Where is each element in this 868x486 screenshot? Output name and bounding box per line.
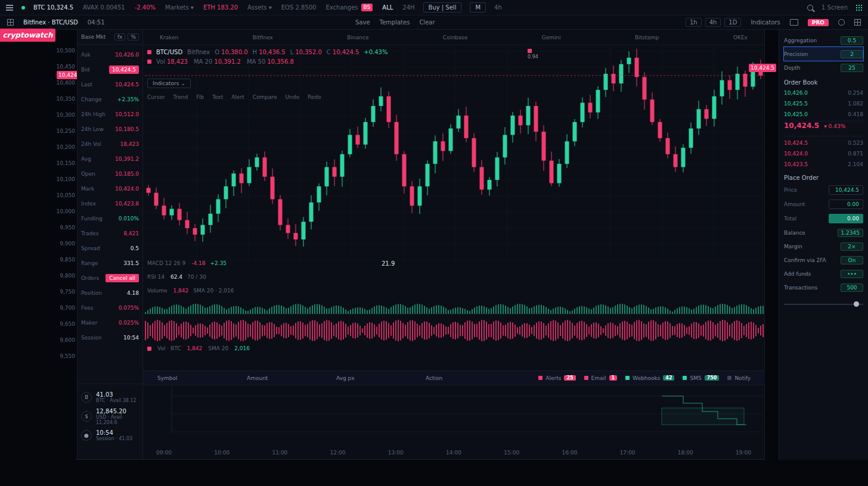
stat-row[interactable]: 24h Low 10,180.5 bbox=[81, 122, 139, 136]
chart-symbol[interactable]: BTC/USD bbox=[156, 49, 182, 55]
account-row[interactable]: Transactions 500 bbox=[784, 281, 863, 294]
price-scale[interactable]: 10,50010,45010,40010,35010,30010,25010,2… bbox=[57, 0, 76, 460]
timeframe-button[interactable]: 1h bbox=[686, 18, 702, 27]
ticker-item[interactable]: ALL bbox=[382, 4, 393, 11]
legend-item[interactable]: Notify bbox=[727, 375, 751, 381]
stat-row[interactable]: Funding 0.010% bbox=[81, 211, 139, 226]
volume-pane[interactable] bbox=[145, 300, 765, 346]
stat-row[interactable]: Session 10:54 bbox=[81, 330, 139, 345]
ticker-item[interactable]: AVAX 0.00451 bbox=[83, 4, 125, 11]
market-panel-tab[interactable]: % bbox=[128, 33, 139, 40]
account-value[interactable]: On bbox=[841, 256, 863, 264]
balance-row[interactable]: ● 10:54 Session · 41.03 bbox=[81, 426, 139, 445]
orders-column-header[interactable]: Avg px bbox=[336, 375, 426, 381]
indicators-menu[interactable]: Indicators bbox=[751, 19, 780, 26]
stat-row[interactable]: Bid 10,424.5 bbox=[81, 62, 139, 77]
ticker-item[interactable]: ETH 183.20 bbox=[203, 4, 238, 11]
stat-row[interactable]: Open 10,185.0 bbox=[81, 166, 139, 181]
ticker-item[interactable]: 24H bbox=[402, 4, 414, 11]
control-value[interactable]: 2 bbox=[841, 50, 863, 58]
ticker-item[interactable]: EOS 2.8500 bbox=[281, 4, 317, 11]
stat-row[interactable]: Change +2.35% bbox=[81, 92, 139, 107]
buy-sell-toggle[interactable]: Buy | Sell bbox=[423, 2, 462, 13]
market-panel-tab[interactable]: fx bbox=[114, 33, 126, 40]
mode-button[interactable]: M bbox=[470, 2, 486, 13]
depth-mini-chart[interactable] bbox=[661, 388, 748, 432]
legend-item[interactable]: Webhooks 42 bbox=[625, 375, 674, 381]
account-row[interactable]: Balance 1.2345 bbox=[784, 226, 863, 239]
book-control-row[interactable]: Aggregation 0.5 bbox=[784, 33, 863, 47]
stat-row[interactable]: 24h High 10,512.0 bbox=[81, 107, 139, 122]
bid-row[interactable]: 10,424.0 0.871 bbox=[784, 148, 863, 159]
control-value[interactable]: 25 bbox=[841, 64, 863, 72]
stat-row[interactable]: Ask 10,426.0 bbox=[81, 47, 139, 62]
ticker-item[interactable]: -2.40% bbox=[135, 4, 156, 11]
exchange-tab[interactable]: Bitfinex bbox=[253, 35, 273, 40]
timeframe-quick[interactable]: 4h bbox=[494, 4, 502, 11]
legend-item[interactable]: Alerts 25 bbox=[538, 375, 575, 381]
indicators-button[interactable]: Indicators ⌄ bbox=[147, 79, 191, 88]
time-axis[interactable]: 09:0010:0011:0012:0013:0014:0015:0016:00… bbox=[143, 448, 764, 457]
chart-tool[interactable]: Redo bbox=[308, 94, 321, 100]
panels-icon[interactable] bbox=[854, 19, 861, 26]
balance-row[interactable]: $ 12,845.20 USD · Avail 11,204.6 bbox=[81, 407, 139, 426]
ask-row[interactable]: 10,425.5 1.082 bbox=[784, 98, 863, 109]
slider-track[interactable] bbox=[784, 304, 863, 305]
exchange-tab[interactable]: Bitstamp bbox=[635, 35, 659, 40]
legend-item[interactable]: SMS 750 bbox=[683, 375, 719, 381]
screen-select[interactable]: 1 Screen bbox=[822, 4, 848, 11]
ticker-item[interactable]: Assets ▾ bbox=[247, 4, 272, 11]
account-row[interactable]: Confirm via 2FA On bbox=[784, 253, 863, 267]
field-input[interactable]: 0.00 bbox=[829, 214, 863, 223]
exchange-tab[interactable]: OKEx bbox=[733, 35, 748, 40]
exchange-tab[interactable]: Kraken bbox=[160, 35, 178, 40]
stat-row[interactable]: Range 331.5 bbox=[81, 256, 139, 270]
orders-column-header[interactable]: Amount bbox=[247, 375, 336, 381]
control-value[interactable]: 0.5 bbox=[841, 36, 863, 45]
stat-row[interactable]: Last 10,424.5 bbox=[81, 77, 139, 92]
brand-logo[interactable]: cryptowatch bbox=[0, 29, 55, 42]
stat-row[interactable]: Avg 10,391.2 bbox=[81, 151, 139, 166]
apps-grid-icon[interactable] bbox=[856, 5, 862, 11]
chart-tool[interactable]: Fib bbox=[196, 94, 204, 100]
chart-tool[interactable]: Undo bbox=[285, 94, 299, 100]
stat-row[interactable]: Maker 0.025% bbox=[81, 315, 139, 330]
indicator-row-rsi[interactable]: RSI 14 62.470 / 30 bbox=[147, 274, 206, 280]
chart-tool[interactable]: Text bbox=[212, 94, 223, 100]
field-input[interactable]: 0.00 bbox=[829, 200, 863, 209]
alert-marker[interactable]: 0.94 bbox=[528, 49, 538, 60]
stat-row[interactable]: Mark 10,424.0 bbox=[81, 181, 139, 196]
exchange-tab[interactable]: Coinbase bbox=[443, 35, 467, 40]
orders-column-header[interactable]: Action bbox=[426, 375, 515, 381]
stat-row[interactable]: Position 4.18 bbox=[81, 285, 139, 300]
menu-icon[interactable] bbox=[6, 7, 13, 8]
field-input[interactable]: 10,424.5 bbox=[829, 185, 863, 195]
account-value[interactable]: 2× bbox=[841, 242, 863, 251]
orders-column-header[interactable]: Symbol bbox=[157, 375, 247, 381]
stat-row[interactable]: Orders Cancel all bbox=[81, 270, 139, 285]
ask-row[interactable]: 10,425.0 0.418 bbox=[784, 109, 863, 120]
chart-tool[interactable]: Trend bbox=[173, 94, 188, 100]
toolbar-action[interactable]: Clear bbox=[419, 19, 435, 26]
timeframe-button[interactable]: 4h bbox=[705, 18, 721, 27]
indicator-row-volume[interactable]: Volume 1,842SMA 20 · 2,016 bbox=[147, 288, 234, 294]
exchange-tab[interactable]: Gemini bbox=[542, 35, 561, 40]
pro-badge[interactable]: PRO bbox=[808, 19, 829, 26]
screenshot-icon[interactable] bbox=[790, 19, 798, 26]
toolbar-action[interactable]: Save bbox=[355, 19, 370, 26]
account-value[interactable]: ••• bbox=[841, 270, 863, 278]
account-row[interactable]: Margin 2× bbox=[784, 239, 863, 253]
ask-row[interactable]: 10,426.0 0.254 bbox=[784, 88, 863, 98]
last-trade-row[interactable]: 10,424.5 ▾ 0.43% bbox=[784, 121, 863, 136]
ticker-item[interactable]: Exchanges BS bbox=[326, 4, 373, 11]
stat-row[interactable]: Spread 0.5 bbox=[81, 241, 139, 256]
chart-tool[interactable]: Compare bbox=[253, 94, 277, 100]
bid-row[interactable]: 10,424.5 0.523 bbox=[784, 138, 863, 148]
ticker-item[interactable]: Markets ▾ bbox=[165, 4, 194, 11]
book-control-row[interactable]: Depth 25 bbox=[784, 61, 863, 74]
search-icon[interactable] bbox=[807, 5, 813, 11]
indicator-row-macd[interactable]: MACD 12 26 9 -4.18+2.35 bbox=[147, 260, 227, 266]
layout-grid-icon[interactable] bbox=[7, 19, 14, 26]
legend-item[interactable]: Email 1 bbox=[584, 375, 618, 381]
stat-row[interactable]: Index 10,423.8 bbox=[81, 196, 139, 211]
